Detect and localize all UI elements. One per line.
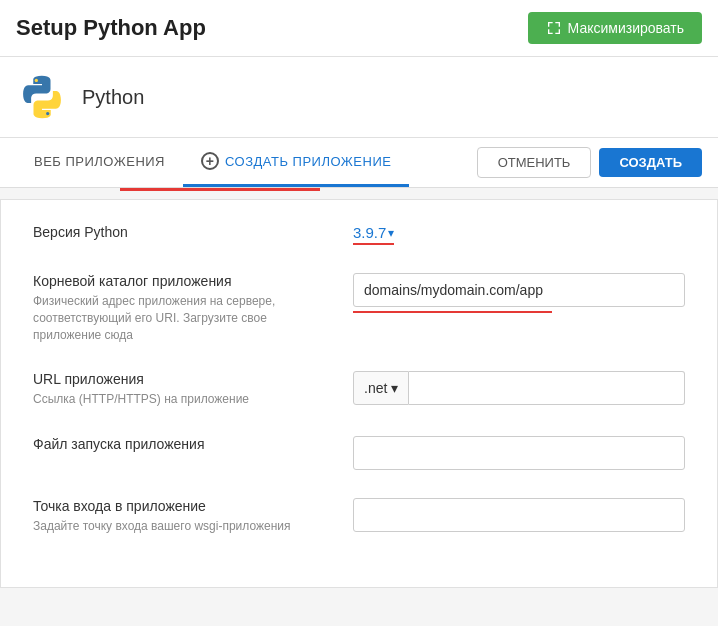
app-root-error-indicator <box>353 311 552 313</box>
python-logo-icon <box>16 71 68 123</box>
python-label: Python <box>82 86 144 109</box>
maximize-button[interactable]: Максимизировать <box>528 12 702 44</box>
url-row: .net ▾ <box>353 371 685 405</box>
maximize-icon <box>546 20 562 36</box>
app-url-control: .net ▾ <box>353 371 685 405</box>
form-row-app-url: URL приложения Ссылка (HTTP/HTTPS) на пр… <box>33 371 685 408</box>
app-root-desc: Физический адрес приложения на сервере, … <box>33 293 337 343</box>
app-root-control <box>353 273 685 313</box>
cancel-button[interactable]: ОТМЕНИТЬ <box>477 147 592 178</box>
tab-actions: ОТМЕНИТЬ СОЗДАТЬ <box>477 147 702 178</box>
svg-point-0 <box>35 79 38 82</box>
form-label-group-entry: Точка входа в приложение Задайте точку в… <box>33 498 353 535</box>
chevron-down-icon: ▾ <box>388 226 394 240</box>
app-root-label: Корневой каталог приложения <box>33 273 337 289</box>
url-suffix-input[interactable] <box>409 371 685 405</box>
entry-point-control <box>353 498 685 532</box>
python-section: Python <box>0 57 718 138</box>
entry-point-label: Точка входа в приложение <box>33 498 337 514</box>
form-label-group-startup: Файл запуска приложения <box>33 436 353 456</box>
header: Setup Python App Максимизировать <box>0 0 718 57</box>
form-area: Версия Python 3.9.7 ▾ Корневой каталог п… <box>0 199 718 588</box>
maximize-label: Максимизировать <box>568 20 684 36</box>
version-wrapper[interactable]: 3.9.7 ▾ <box>353 224 394 245</box>
app-url-desc: Ссылка (HTTP/HTTPS) на приложение <box>33 391 337 408</box>
python-version-label: Версия Python <box>33 224 337 240</box>
url-prefix-selector[interactable]: .net ▾ <box>353 371 409 405</box>
form-row-entry-point: Точка входа в приложение Задайте точку в… <box>33 498 685 535</box>
startup-file-control <box>353 436 685 470</box>
startup-file-label: Файл запуска приложения <box>33 436 337 452</box>
active-tab-indicator <box>120 188 320 191</box>
tab-web-apps[interactable]: ВЕБ ПРИЛОЖЕНИЯ <box>16 140 183 186</box>
startup-file-input[interactable] <box>353 436 685 470</box>
form-row-python-version: Версия Python 3.9.7 ▾ <box>33 224 685 245</box>
tab-create-app[interactable]: + СОЗДАТЬ ПРИЛОЖЕНИЕ <box>183 138 409 187</box>
python-version-control: 3.9.7 ▾ <box>353 224 685 245</box>
tabs-bar: ВЕБ ПРИЛОЖЕНИЯ + СОЗДАТЬ ПРИЛОЖЕНИЕ ОТМЕ… <box>0 138 718 188</box>
plus-icon: + <box>201 152 219 170</box>
form-label-group-url: URL приложения Ссылка (HTTP/HTTPS) на пр… <box>33 371 353 408</box>
app-root-input[interactable] <box>353 273 685 307</box>
svg-point-1 <box>46 112 49 115</box>
version-value: 3.9.7 <box>353 224 386 241</box>
create-button[interactable]: СОЗДАТЬ <box>599 148 702 177</box>
page-title: Setup Python App <box>16 15 206 41</box>
form-row-app-root: Корневой каталог приложения Физический а… <box>33 273 685 343</box>
form-label-group-version: Версия Python <box>33 224 353 244</box>
form-label-group-root: Корневой каталог приложения Физический а… <box>33 273 353 343</box>
url-prefix-value: .net <box>364 380 387 396</box>
form-row-startup-file: Файл запуска приложения <box>33 436 685 470</box>
entry-point-input[interactable] <box>353 498 685 532</box>
entry-point-desc: Задайте точку входа вашего wsgi-приложен… <box>33 518 337 535</box>
url-prefix-arrow-icon: ▾ <box>391 380 398 396</box>
app-url-label: URL приложения <box>33 371 337 387</box>
